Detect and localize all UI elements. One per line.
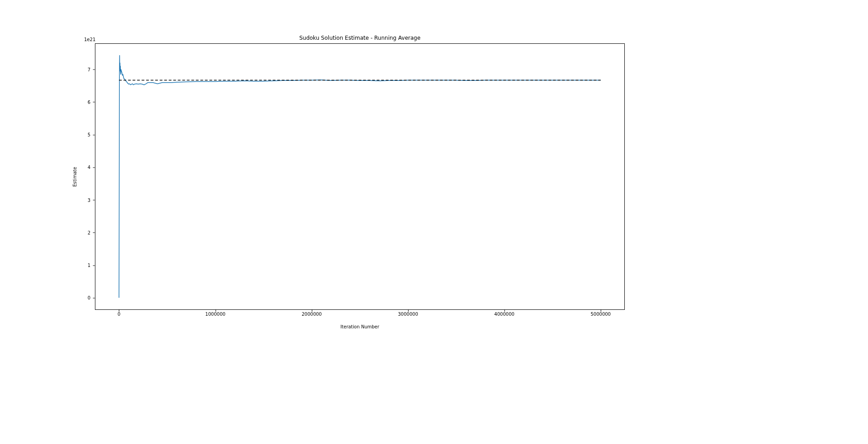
y-tick-label: 0: [88, 295, 90, 300]
y-tick: 5: [88, 132, 93, 137]
y-tick: 7: [88, 67, 93, 72]
y-tick-label: 3: [88, 197, 90, 202]
y-tick: 1: [88, 263, 93, 268]
y-tick: 4: [88, 165, 93, 170]
x-tick: 2000000: [302, 312, 322, 317]
chart-title: Sudoku Solution Estimate - Running Avera…: [95, 35, 625, 41]
y-tick-label: 5: [88, 132, 90, 137]
x-tick: 1000000: [205, 312, 226, 317]
x-tick: 0: [118, 312, 120, 317]
x-tick: 5000000: [590, 312, 611, 317]
y-axis-label: Estimate: [71, 43, 78, 310]
x-tick-label: 1000000: [205, 312, 226, 317]
y-tick-label: 2: [88, 230, 90, 235]
y-tick: 3: [88, 197, 93, 202]
chart-svg: [95, 43, 625, 310]
y-tick: 2: [88, 230, 93, 235]
x-tick-label: 2000000: [302, 312, 322, 317]
x-axis-label: Iteration Number: [95, 324, 625, 329]
figure: Sudoku Solution Estimate - Running Avera…: [0, 0, 868, 444]
y-tick-label: 6: [88, 99, 90, 104]
x-tick-label: 0: [118, 312, 120, 317]
x-tick: 3000000: [398, 312, 418, 317]
x-tick-label: 4000000: [494, 312, 514, 317]
y-tick-label: 7: [88, 67, 90, 72]
y-tick-label: 1: [88, 263, 90, 268]
x-tick-label: 5000000: [590, 312, 611, 317]
x-tick: 4000000: [494, 312, 514, 317]
y-axis-offset-text: 1e21: [84, 37, 95, 42]
y-tick: 6: [88, 99, 93, 104]
y-tick-label: 4: [88, 165, 90, 170]
series-line: [119, 56, 600, 298]
x-tick-label: 3000000: [398, 312, 418, 317]
y-tick: 0: [88, 295, 93, 300]
